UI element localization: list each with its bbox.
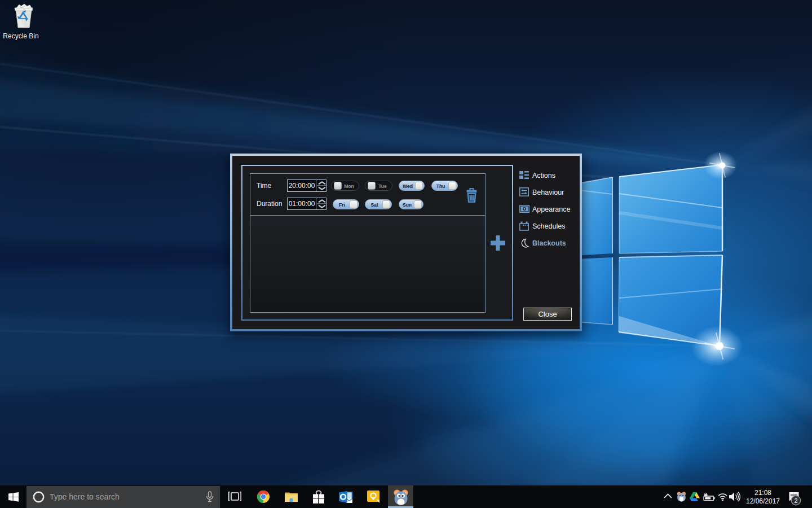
svg-text:2: 2 (794, 497, 797, 504)
